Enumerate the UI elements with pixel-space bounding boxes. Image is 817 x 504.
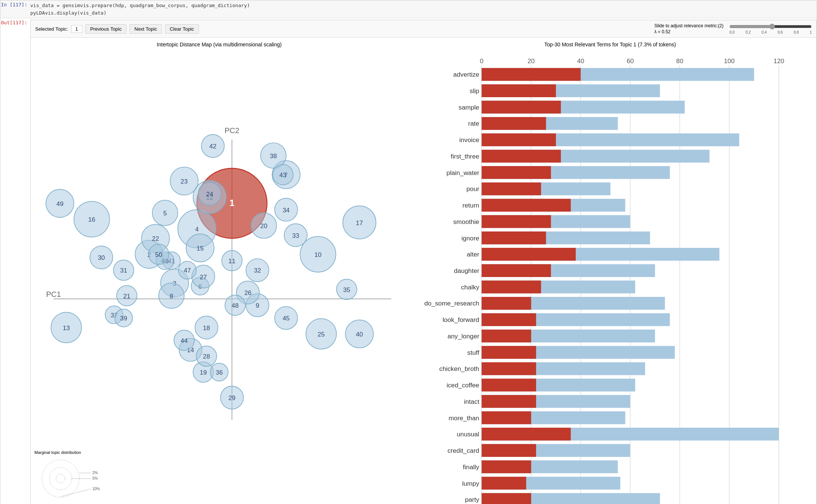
topic-number: 1 (71, 25, 82, 33)
svg-rect-206 (481, 493, 531, 504)
svg-text:18: 18 (203, 325, 210, 332)
svg-rect-176 (481, 330, 531, 342)
svg-text:33: 33 (292, 232, 299, 239)
svg-text:1: 1 (229, 198, 234, 208)
svg-line-111 (61, 489, 91, 497)
svg-rect-152 (481, 199, 570, 212)
svg-text:40: 40 (577, 57, 584, 65)
svg-text:36: 36 (216, 369, 223, 376)
bar-chart[interactable]: 020406080100120advertizeslipsampleratein… (411, 50, 809, 504)
svg-text:35: 35 (343, 286, 350, 294)
svg-text:ignore: ignore (461, 234, 479, 242)
marginal-distribution-chart: 2% 5% 10% (34, 456, 109, 501)
svg-text:invoice: invoice (459, 136, 479, 144)
lambda-slider[interactable] (729, 24, 812, 30)
svg-rect-203 (481, 477, 526, 489)
next-topic-button[interactable]: Next Topic (129, 24, 162, 34)
svg-text:chicken_broth: chicken_broth (439, 365, 479, 372)
svg-rect-191 (481, 411, 531, 424)
svg-text:20: 20 (260, 222, 267, 230)
svg-text:party: party (465, 496, 480, 503)
svg-text:21: 21 (123, 293, 131, 300)
clear-topic-button[interactable]: Clear Topic (165, 24, 199, 34)
svg-text:PC1: PC1 (46, 290, 61, 298)
svg-rect-143 (481, 150, 561, 162)
intertopic-map[interactable]: PC2PC11234567891011121314151617181920212… (34, 50, 404, 445)
svg-text:30: 30 (98, 254, 105, 261)
svg-text:credit_card: credit_card (447, 447, 479, 454)
svg-text:47: 47 (184, 267, 191, 274)
svg-text:2%: 2% (92, 471, 98, 475)
bar-chart-title: Top-30 Most Relevant Terms for Topic 1 (… (411, 42, 809, 47)
svg-text:50: 50 (155, 251, 162, 258)
svg-text:9: 9 (255, 302, 259, 309)
svg-rect-155 (481, 215, 551, 228)
svg-rect-179 (481, 346, 536, 359)
svg-text:return: return (462, 202, 479, 209)
svg-text:unusual: unusual (457, 430, 479, 438)
svg-text:any_longer: any_longer (447, 332, 479, 340)
svg-text:chalky: chalky (461, 283, 480, 291)
svg-text:19: 19 (200, 369, 207, 376)
svg-text:100: 100 (724, 57, 735, 65)
svg-text:intact: intact (464, 398, 479, 405)
svg-text:alter: alter (467, 251, 480, 258)
svg-text:plain_water: plain_water (446, 169, 479, 176)
svg-text:42: 42 (209, 143, 216, 150)
svg-rect-167 (481, 280, 541, 293)
svg-text:45: 45 (282, 315, 290, 322)
svg-rect-131 (481, 84, 556, 97)
svg-text:20: 20 (527, 57, 535, 65)
svg-text:4: 4 (195, 226, 199, 233)
svg-rect-128 (481, 68, 581, 81)
svg-text:5%: 5% (92, 476, 98, 480)
output-prompt: Out[117]: (0, 20, 30, 504)
svg-rect-197 (481, 444, 536, 457)
svg-text:finally: finally (463, 463, 479, 471)
svg-text:first_three: first_three (451, 153, 479, 160)
svg-text:smoothie: smoothie (453, 218, 480, 225)
svg-text:32: 32 (254, 267, 261, 274)
svg-rect-149 (481, 182, 541, 195)
svg-text:5: 5 (163, 210, 166, 217)
svg-rect-173 (481, 313, 536, 326)
svg-text:22: 22 (152, 235, 159, 242)
svg-text:13: 13 (63, 325, 70, 332)
previous-topic-button[interactable]: Previous Topic (85, 24, 126, 34)
svg-text:daughter: daughter (454, 267, 479, 274)
svg-rect-146 (481, 166, 551, 179)
svg-rect-158 (481, 231, 546, 244)
svg-text:10%: 10% (92, 487, 100, 491)
svg-text:PC2: PC2 (224, 126, 239, 135)
svg-text:16: 16 (88, 216, 95, 223)
svg-text:11: 11 (229, 258, 236, 265)
selected-topic-label: Selected Topic: (35, 26, 68, 32)
svg-text:49: 49 (56, 200, 64, 208)
svg-text:40: 40 (356, 331, 363, 338)
svg-text:39: 39 (120, 315, 127, 322)
svg-text:24: 24 (206, 191, 213, 198)
svg-text:rate: rate (468, 120, 480, 127)
svg-text:29: 29 (229, 394, 236, 402)
svg-text:lumpy: lumpy (462, 480, 479, 487)
svg-text:48: 48 (232, 302, 239, 309)
svg-text:do_some_research: do_some_research (424, 299, 479, 307)
svg-text:15: 15 (196, 245, 204, 252)
svg-text:27: 27 (200, 274, 207, 281)
svg-rect-164 (481, 264, 551, 277)
svg-text:0: 0 (480, 57, 484, 65)
svg-rect-170 (481, 297, 531, 310)
svg-text:17: 17 (356, 219, 363, 227)
svg-rect-161 (481, 248, 576, 261)
svg-text:44: 44 (181, 337, 188, 344)
lambda-label: λ = 0.52 (654, 29, 723, 34)
slider-label: Slide to adjust relevance metric:(2) (654, 23, 723, 28)
svg-text:31: 31 (120, 267, 127, 274)
svg-text:43: 43 (279, 172, 287, 179)
svg-text:stuff: stuff (467, 349, 479, 356)
svg-text:slip: slip (469, 87, 479, 95)
svg-text:23: 23 (181, 178, 188, 185)
svg-rect-182 (481, 362, 536, 375)
svg-text:sample: sample (459, 104, 479, 111)
svg-text:25: 25 (318, 331, 325, 338)
